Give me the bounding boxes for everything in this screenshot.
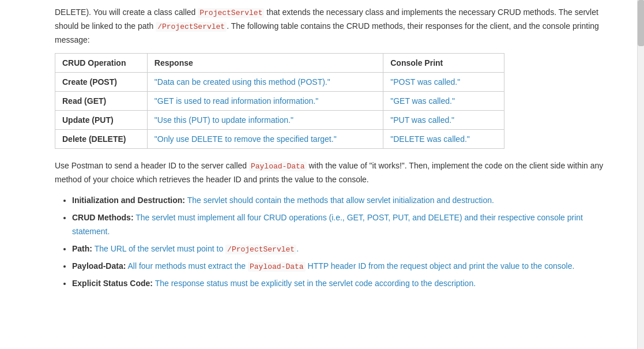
crud-cell-delete: Delete (DELETE) [55, 129, 148, 148]
col-header-response: Response [147, 53, 383, 72]
console-cell-create: "POST was called." [383, 72, 504, 91]
crud-table: CRUD Operation Response Console Print Cr… [55, 53, 504, 149]
col-header-console: Console Print [383, 53, 504, 72]
bullet-label-status: Explicit Status Code: [72, 279, 153, 288]
table-header-row: CRUD Operation Response Console Print [55, 53, 504, 72]
table-row: Create (POST) "Data can be created using… [55, 72, 504, 91]
crud-cell-read: Read (GET) [55, 91, 148, 110]
bullet-text-init: The servlet should contain the methods t… [185, 196, 494, 205]
postman-paragraph: Use Postman to send a header ID to the s… [55, 159, 623, 186]
bullet-text-status: The response status must be explicitly s… [153, 279, 476, 288]
response-cell-update: "Use this (PUT) to update information." [147, 110, 383, 129]
scrollbar-thumb[interactable] [638, 0, 644, 46]
intro-paragraph: DELETE). You will create a class called … [55, 6, 623, 46]
console-cell-read: "GET was called." [383, 91, 504, 110]
postman-text-1: Use Postman to send a header ID to the s… [55, 161, 249, 170]
table-row: Read (GET) "GET is used to read informat… [55, 91, 504, 110]
col-header-crud: CRUD Operation [55, 53, 148, 72]
crud-cell-update: Update (PUT) [55, 110, 148, 129]
requirements-list: Initialization and Destruction: The serv… [55, 194, 623, 290]
list-item-path: Path: The URL of the servlet must point … [72, 242, 623, 256]
inline-code-path-2: /ProjectServlet [225, 245, 296, 254]
scrollbar-track[interactable] [637, 0, 644, 349]
inline-code-payload-data-2: Payload-Data [248, 262, 306, 272]
inline-code-payload-data-1: Payload-Data [249, 162, 307, 171]
list-item-status: Explicit Status Code: The response statu… [72, 277, 623, 291]
main-content: DELETE). You will create a class called … [0, 0, 634, 306]
intro-text-1: DELETE). You will create a class called [55, 7, 198, 17]
bullet-text-crud: The servlet must implement all four CRUD… [72, 213, 583, 236]
bullet-text-path-1: The URL of the servlet must point to [92, 244, 225, 253]
table-row: Update (PUT) "Use this (PUT) to update i… [55, 110, 504, 129]
console-cell-delete: "DELETE was called." [383, 129, 504, 148]
bullet-label-payload: Payload-Data: [72, 261, 126, 271]
bullet-label-path: Path: [72, 244, 92, 253]
bullet-text-payload-1: All four methods must extract the [126, 261, 248, 271]
list-item-crud-methods: CRUD Methods: The servlet must implement… [72, 211, 623, 239]
bullet-text-path-2: . [296, 244, 299, 253]
response-cell-read: "GET is used to read information informa… [147, 91, 383, 110]
bullet-text-payload-2: HTTP header ID from the request object a… [306, 261, 575, 271]
list-item-payload: Payload-Data: All four methods must extr… [72, 260, 623, 273]
bullet-label-init: Initialization and Destruction: [72, 196, 185, 205]
table-row: Delete (DELETE) "Only use DELETE to remo… [55, 129, 504, 148]
bullet-label-crud: CRUD Methods: [72, 213, 134, 222]
response-cell-delete: "Only use DELETE to remove the specified… [147, 129, 383, 148]
response-cell-create: "Data can be created using this method (… [147, 72, 383, 91]
list-item-init: Initialization and Destruction: The serv… [72, 194, 623, 208]
inline-code-path-1: /ProjectServlet [156, 22, 227, 32]
inline-code-projectservlet-1: ProjectServlet [198, 8, 264, 18]
crud-cell-create: Create (POST) [55, 72, 148, 91]
console-cell-update: "PUT was called." [383, 110, 504, 129]
